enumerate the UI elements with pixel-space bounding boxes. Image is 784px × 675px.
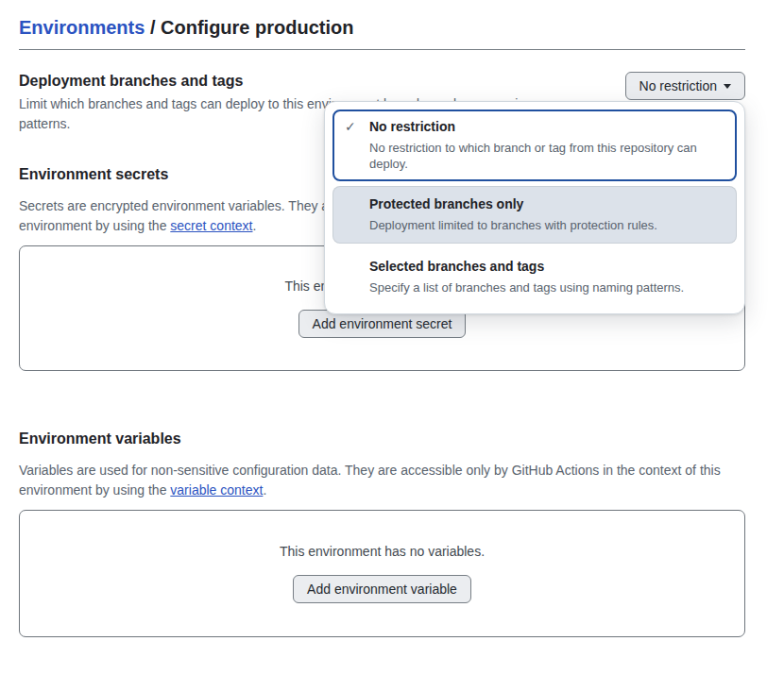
add-environment-variable-button[interactable]: Add environment variable: [293, 575, 471, 603]
dropdown-item-label: No restriction: [369, 117, 455, 136]
dropdown-item-no-restriction[interactable]: ✓ No restriction No restriction to which…: [332, 110, 737, 181]
variables-heading: Environment variables: [19, 430, 745, 448]
breadcrumb-environments-link[interactable]: Environments: [19, 17, 145, 38]
variables-description: Variables are used for non-sensitive con…: [19, 461, 729, 500]
dropdown-item-selected-branches[interactable]: ✓ Selected branches and tags Specify a l…: [332, 248, 737, 306]
restriction-selector-button[interactable]: No restriction: [625, 72, 745, 100]
deployment-heading: Deployment branches and tags: [19, 72, 563, 91]
restriction-dropdown-menu: ✓ No restriction No restriction to which…: [324, 101, 745, 314]
dropdown-item-description: Specify a list of branches and tags usin…: [369, 279, 724, 295]
variables-description-text: Variables are used for non-sensitive con…: [19, 463, 721, 498]
restriction-selector-label: No restriction: [639, 78, 717, 93]
page-title: Configure production: [161, 17, 353, 38]
dropdown-item-description: Deployment limited to branches with prot…: [369, 217, 724, 233]
secret-context-link[interactable]: secret context: [170, 218, 252, 233]
dropdown-item-label: Selected branches and tags: [369, 257, 544, 276]
check-icon: ✓: [345, 119, 369, 134]
dropdown-item-label: Protected branches only: [369, 194, 523, 213]
main-content: Environments / Configure production Depl…: [19, 0, 745, 637]
page-header: Environments / Configure production: [19, 0, 745, 50]
variables-empty-box: This environment has no variables. Add e…: [19, 510, 745, 637]
variables-empty-text: This environment has no variables.: [280, 544, 485, 559]
secrets-description-period: .: [252, 218, 256, 233]
breadcrumb-separator: /: [145, 17, 161, 38]
variables-description-period: .: [263, 482, 266, 498]
variable-context-link[interactable]: variable context: [170, 482, 263, 498]
dropdown-caret-icon: [724, 84, 731, 89]
dropdown-item-description: No restriction to which branch or tag fr…: [369, 140, 724, 172]
dropdown-item-protected-branches[interactable]: ✓ Protected branches only Deployment lim…: [332, 186, 737, 244]
